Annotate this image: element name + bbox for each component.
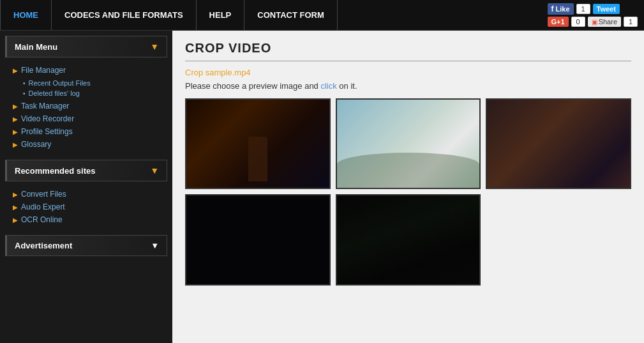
menu-item-file-manager: ▶ File Manager	[0, 64, 172, 77]
page-title: CROP VIDEO	[185, 41, 631, 56]
file-manager-link[interactable]: File Manager	[21, 66, 66, 75]
video-thumbnail-grid	[185, 98, 631, 286]
main-layout: Main Menu ▼ ▶ File Manager Recent Output…	[0, 31, 644, 343]
bullet-icon: ▶	[13, 116, 18, 123]
share-icon: ▣	[592, 19, 597, 26]
advertisement-header[interactable]: Advertisement ▼	[5, 235, 167, 256]
recommended-sites-arrow-icon: ▼	[150, 165, 159, 176]
menu-item-audio-expert: ▶ Audio Expert	[0, 201, 172, 213]
menu-item-profile-settings: ▶ Profile Settings	[0, 125, 172, 138]
file-label: Crop sample.mp4	[185, 68, 631, 77]
social-row-top: f Like 1 Tweet	[548, 3, 638, 15]
facebook-count: 1	[576, 4, 590, 14]
nav-links: HOME CODECS AND FILE FORMATS HELP CONTAC…	[0, 0, 548, 30]
main-menu-list: ▶ File Manager Recent Output Files Delet…	[0, 61, 172, 153]
video-thumbnail-1[interactable]	[185, 98, 331, 189]
bullet-icon: ▶	[13, 103, 18, 110]
recent-output-files-link[interactable]: Recent Output Files	[29, 79, 91, 87]
top-navigation: HOME CODECS AND FILE FORMATS HELP CONTAC…	[0, 0, 644, 31]
instruction-text: Please choose a preview image and click …	[185, 81, 631, 91]
gplus-count: 0	[571, 17, 585, 27]
social-row-bottom: G+1 0 ▣ Share 1	[548, 17, 638, 27]
recommended-sites-list: ▶ Convert Files ▶ Audio Expert ▶ OCR Onl…	[0, 185, 172, 229]
nav-help[interactable]: HELP	[197, 0, 245, 30]
menu-item-glossary: ▶ Glossary	[0, 138, 172, 151]
main-menu-arrow-icon: ▼	[150, 42, 159, 52]
bullet-icon: ▶	[13, 141, 18, 148]
share-button[interactable]: ▣ Share	[588, 17, 621, 27]
twitter-tweet-button[interactable]: Tweet	[593, 4, 620, 14]
nav-contact[interactable]: CONTACT FORM	[244, 0, 337, 30]
ocr-online-link[interactable]: OCR Online	[21, 215, 63, 224]
menu-item-video-recorder: ▶ Video Recorder	[0, 112, 172, 125]
task-manager-link[interactable]: Task Manager	[21, 102, 69, 111]
advertisement-label: Advertisement	[15, 241, 72, 250]
file-name: Crop sample.mp4	[185, 68, 251, 77]
social-buttons: f Like 1 Tweet G+1 0 ▣ Share 1	[548, 3, 644, 27]
glossary-link[interactable]: Glossary	[21, 140, 51, 149]
bullet-icon: ▶	[13, 67, 18, 74]
click-text: click	[320, 81, 336, 91]
video-thumbnail-3[interactable]	[486, 98, 631, 189]
recommended-sites-header[interactable]: Recommended sites ▼	[5, 160, 167, 181]
share-count: 1	[624, 17, 638, 27]
gplus-button[interactable]: G+1	[548, 17, 569, 27]
deleted-files-log-item: Deleted files' log	[23, 88, 172, 98]
audio-expert-link[interactable]: Audio Expert	[21, 202, 65, 211]
instruction-prefix: Please choose a preview image and	[185, 81, 320, 91]
bullet-icon: ▶	[13, 128, 18, 135]
file-manager-submenu: Recent Output Files Deleted files' log	[0, 77, 172, 100]
video-thumbnail-2[interactable]	[336, 98, 481, 189]
recommended-sites-label: Recommended sites	[15, 166, 95, 176]
facebook-like-label: Like	[556, 5, 570, 13]
video-thumbnail-4[interactable]	[185, 194, 331, 285]
nav-home[interactable]: HOME	[0, 0, 52, 30]
main-menu-label: Main Menu	[15, 42, 57, 52]
video-thumbnail-5[interactable]	[336, 194, 481, 285]
bullet-icon: ▶	[13, 217, 18, 224]
instruction-suffix: on it.	[337, 81, 357, 91]
convert-files-link[interactable]: Convert Files	[21, 190, 66, 199]
menu-item-task-manager: ▶ Task Manager	[0, 100, 172, 112]
content-area: CROP VIDEO Crop sample.mp4 Please choose…	[172, 31, 644, 343]
title-divider	[185, 61, 631, 61]
facebook-like-button[interactable]: f Like	[548, 3, 574, 15]
recent-output-files-item: Recent Output Files	[23, 78, 172, 88]
menu-item-ocr-online: ▶ OCR Online	[0, 213, 172, 226]
menu-item-convert-files: ▶ Convert Files	[0, 188, 172, 201]
deleted-files-log-link[interactable]: Deleted files' log	[29, 89, 80, 97]
bullet-icon: ▶	[13, 204, 18, 211]
main-menu-header[interactable]: Main Menu ▼	[5, 36, 167, 57]
profile-settings-link[interactable]: Profile Settings	[21, 127, 73, 136]
advertisement-arrow-icon: ▼	[151, 241, 159, 250]
bullet-icon: ▶	[13, 191, 18, 198]
sidebar: Main Menu ▼ ▶ File Manager Recent Output…	[0, 31, 172, 343]
facebook-icon: f	[551, 4, 554, 13]
video-recorder-link[interactable]: Video Recorder	[21, 114, 74, 123]
share-label: Share	[599, 18, 617, 26]
nav-codecs[interactable]: CODECS AND FILE FORMATS	[52, 0, 197, 30]
